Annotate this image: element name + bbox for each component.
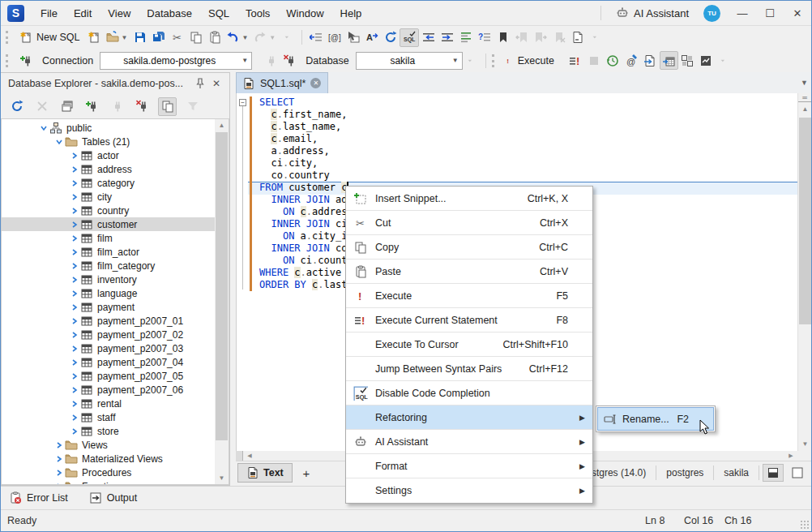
tree-item-language[interactable]: language (2, 286, 215, 300)
chevron-down-icon[interactable] (53, 138, 65, 146)
chevron-right-icon[interactable] (68, 372, 80, 380)
database-extra-button[interactable] (463, 51, 481, 70)
tree-item-film-actor[interactable]: film_actor (2, 245, 215, 259)
connect-button[interactable] (108, 97, 126, 116)
close-button[interactable]: ✕ (784, 2, 811, 24)
stop-execution-button[interactable] (585, 51, 604, 70)
menu-item-settings[interactable]: Settings▶ (346, 478, 592, 503)
maximize-button[interactable]: ☐ (756, 2, 784, 24)
ai-assistant-button[interactable]: AI Assistant (609, 4, 695, 22)
overflow-right-button[interactable] (587, 28, 605, 47)
tree-item-film[interactable]: film (2, 231, 215, 245)
menu-item-ai-assistant[interactable]: AI Assistant▶ (346, 430, 592, 454)
fold-toggle-icon[interactable]: − (239, 99, 246, 106)
last-edit-location-button[interactable] (306, 28, 325, 47)
chevron-right-icon[interactable] (68, 427, 80, 435)
menu-item-jump-between-syntax-pairs[interactable]: Jump Between Syntax PairsCtrl+F12 (346, 357, 592, 381)
scroll-right-icon[interactable]: ▶ (785, 451, 797, 461)
overflow-left-button[interactable] (279, 28, 297, 47)
menu-item-rename[interactable]: Rename...F2 (597, 407, 714, 431)
toggle-bookmark-button[interactable] (494, 28, 512, 47)
menu-sql[interactable]: SQL (200, 3, 237, 24)
error-list-tab[interactable]: Error List (9, 491, 68, 504)
scroll-down-icon[interactable]: ▼ (215, 472, 229, 484)
connect-button[interactable] (262, 51, 280, 70)
tree-item-customer[interactable]: customer (2, 217, 215, 231)
scroll-up-icon[interactable]: ▲ (215, 119, 229, 131)
editor-scrollbar[interactable]: ═ ▲ ▼ (797, 93, 811, 451)
tree-item-public[interactable]: public (2, 121, 215, 135)
open-file-button[interactable]: ▼ (104, 28, 131, 47)
go-to-declaration-button[interactable] (344, 28, 362, 47)
tree-item-city[interactable]: city (2, 190, 215, 204)
edit-parameters-button[interactable]: @ (622, 51, 641, 70)
execution-history-button[interactable] (604, 51, 622, 70)
menu-file[interactable]: File (32, 3, 66, 24)
menu-item-execute-to-cursor[interactable]: Execute To CursorCtrl+Shift+F10 (346, 332, 592, 357)
single-view-button[interactable] (787, 464, 808, 482)
menu-item-copy[interactable]: CopyCtrl+C (346, 235, 592, 260)
code-line[interactable]: a.address, (259, 145, 470, 157)
edit-parameters-button[interactable]: [@] (325, 28, 344, 47)
chevron-right-icon[interactable] (68, 165, 80, 174)
code-line[interactable]: c.email, (259, 133, 470, 145)
execute-to-file-button[interactable] (641, 51, 660, 70)
chevron-right-icon[interactable] (68, 234, 80, 242)
chevron-right-icon[interactable] (68, 290, 80, 298)
chevron-right-icon[interactable] (68, 207, 80, 215)
refresh-button[interactable] (381, 28, 400, 47)
tree-item-materialized-views[interactable]: Materialized Views (2, 452, 215, 466)
tab-close-icon[interactable]: ✕ (310, 78, 321, 88)
tree-item-functions[interactable]: Functions (2, 479, 215, 485)
chevron-right-icon[interactable] (68, 179, 80, 187)
menu-window[interactable]: Window (278, 3, 331, 24)
tree-item-category[interactable]: category (2, 176, 215, 190)
menu-item-format[interactable]: Format▶ (346, 454, 592, 478)
tree-item-film-category[interactable]: film_category (2, 259, 215, 272)
menu-edit[interactable]: Edit (66, 3, 100, 24)
text-view-tab[interactable]: Text (237, 463, 293, 483)
chevron-right-icon[interactable] (68, 193, 80, 201)
tab-list-dropdown-icon[interactable]: ▼ (801, 79, 808, 87)
menu-view[interactable]: View (100, 3, 139, 24)
undo-button[interactable]: ▼ (224, 28, 251, 47)
minimize-button[interactable]: — (729, 2, 756, 24)
tree-item-payment-p2007-02[interactable]: payment_p2007_02 (2, 328, 215, 341)
windows-button[interactable] (58, 97, 76, 116)
database-label[interactable]: sakila (714, 467, 759, 478)
code-line[interactable]: SELECT (259, 97, 470, 109)
tree-item-country[interactable]: country (2, 204, 215, 217)
panel-close-icon[interactable]: ✕ (208, 78, 224, 89)
query-profiler-button[interactable] (697, 51, 716, 70)
menu-item-disable-code-completion[interactable]: SQLDisable Code Completion (346, 381, 592, 405)
filter-button[interactable] (183, 97, 202, 116)
chevron-right-icon[interactable] (68, 248, 80, 256)
document-tab[interactable]: SQL1.sql* ✕ (236, 72, 328, 93)
resize-grip[interactable] (800, 520, 810, 530)
new-connection-button[interactable] (83, 97, 101, 116)
new-sql-button[interactable]: ✱New SQL (17, 28, 85, 47)
disconnect-button[interactable] (280, 51, 299, 70)
tree-item-address[interactable]: address (2, 162, 215, 176)
indent-decrease-button[interactable] (419, 28, 438, 47)
dropdown-icon[interactable]: ▼ (241, 34, 249, 41)
hsplit-handle[interactable] (236, 451, 243, 461)
menu-help[interactable]: Help (332, 3, 370, 24)
code-completion-button[interactable]: SQL (400, 28, 419, 47)
output-tab[interactable]: Output (89, 491, 138, 504)
add-view-button[interactable]: + (297, 465, 315, 481)
disconnect-button[interactable] (133, 97, 152, 116)
chevron-right-icon[interactable] (68, 303, 80, 311)
tree-item-payment-p2007-05[interactable]: payment_p2007_05 (2, 369, 215, 383)
chevron-right-icon[interactable] (53, 483, 65, 486)
paste-button[interactable] (205, 28, 224, 47)
menu-item-insert-snippet[interactable]: Insert Snippet...Ctrl+K, X (346, 187, 592, 211)
tree-item-payment-p2007-01[interactable]: payment_p2007_01 (2, 314, 215, 328)
chevron-right-icon[interactable] (68, 317, 80, 325)
duplicate-object-button[interactable] (158, 97, 177, 116)
tree-item-tables-21-[interactable]: Tables (21) (2, 135, 215, 148)
next-bookmark-button[interactable] (531, 28, 549, 47)
execute-button[interactable]: !Execute (503, 51, 559, 70)
chevron-right-icon[interactable] (68, 331, 80, 339)
tree-item-store[interactable]: store (2, 424, 215, 438)
